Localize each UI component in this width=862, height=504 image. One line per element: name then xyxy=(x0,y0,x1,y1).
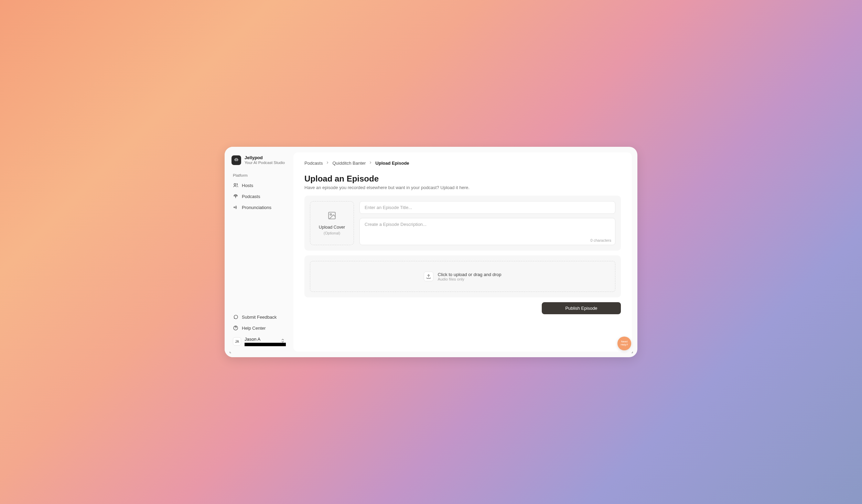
user-email-redacted xyxy=(245,343,286,346)
character-count: 0 characters xyxy=(590,238,611,242)
audio-upload-card: Click to upload or drag and drop Audio f… xyxy=(304,255,621,297)
breadcrumb-podcasts[interactable]: Podcasts xyxy=(304,161,323,166)
podcast-icon xyxy=(233,194,238,199)
sidebar-item-label: Podcasts xyxy=(242,194,260,199)
svg-point-7 xyxy=(330,214,332,215)
sidebar: Jellypod Your AI Podcast Studio Platform… xyxy=(225,147,293,357)
users-icon xyxy=(233,183,238,188)
svg-point-3 xyxy=(234,207,235,208)
brand-logo[interactable]: Jellypod Your AI Podcast Studio xyxy=(230,155,288,165)
sidebar-item-label: Pronunciations xyxy=(242,205,271,210)
breadcrumb-podcast-name[interactable]: Quidditch Banter xyxy=(332,161,366,166)
user-menu[interactable]: JA Jason A xyxy=(230,334,288,349)
dropzone-subtitle: Audio files only xyxy=(438,277,501,281)
user-avatar: JA xyxy=(233,337,241,346)
episode-title-input[interactable] xyxy=(359,201,615,214)
page-title: Upload an Episode xyxy=(304,174,621,184)
breadcrumb: Podcasts Quidditch Banter Upload Episode xyxy=(304,161,621,166)
cover-upload-dropzone[interactable]: Upload Cover (Optional) xyxy=(310,201,354,245)
submit-feedback-link[interactable]: Submit Feedback xyxy=(230,312,288,322)
sidebar-item-label: Hosts xyxy=(242,183,253,188)
sidebar-section-label: Platform xyxy=(230,173,288,177)
help-circle-icon xyxy=(233,325,238,331)
cover-optional-text: (Optional) xyxy=(324,231,340,235)
main-content: Podcasts Quidditch Banter Upload Episode… xyxy=(293,152,632,352)
audio-wave-icon xyxy=(233,205,238,210)
sidebar-item-pronunciations[interactable]: Pronunciations xyxy=(230,202,288,212)
image-icon xyxy=(327,211,336,221)
nav-list: Hosts Podcasts Pronunciations xyxy=(230,180,288,212)
app-window: Jellypod Your AI Podcast Studio Platform… xyxy=(225,147,637,357)
resize-handle-bl: ⌞ xyxy=(229,349,231,354)
message-icon xyxy=(233,314,238,320)
resize-handle-br: ⌟ xyxy=(631,349,633,354)
sidebar-item-hosts[interactable]: Hosts xyxy=(230,180,288,190)
footer-link-label: Submit Feedback xyxy=(242,315,277,320)
user-name: Jason A xyxy=(245,337,277,342)
chevron-right-icon xyxy=(368,161,373,166)
need-help-fab[interactable]: Need Help? xyxy=(617,337,631,350)
svg-point-1 xyxy=(235,196,236,197)
publish-button[interactable]: Publish Episode xyxy=(542,302,621,314)
jellypod-logo-icon xyxy=(231,155,241,165)
brand-tagline: Your AI Podcast Studio xyxy=(245,161,285,165)
dropzone-title: Click to upload or drag and drop xyxy=(438,272,501,277)
sidebar-footer: Submit Feedback Help Center JA Jason A xyxy=(230,312,288,349)
breadcrumb-current: Upload Episode xyxy=(375,161,409,166)
audio-dropzone[interactable]: Click to upload or drag and drop Audio f… xyxy=(310,261,615,292)
brand-name: Jellypod xyxy=(245,155,285,161)
episode-details-card: Upload Cover (Optional) 0 characters xyxy=(304,196,621,251)
cover-upload-label: Upload Cover xyxy=(319,225,345,230)
help-center-link[interactable]: Help Center xyxy=(230,323,288,333)
chevron-up-down-icon xyxy=(280,338,285,344)
episode-description-input[interactable] xyxy=(359,218,615,245)
sidebar-item-podcasts[interactable]: Podcasts xyxy=(230,191,288,201)
upload-icon xyxy=(424,272,433,281)
chevron-right-icon xyxy=(325,161,330,166)
page-subtitle: Have an episode you recorded elsewhere b… xyxy=(304,185,621,190)
footer-link-label: Help Center xyxy=(242,326,266,331)
svg-point-0 xyxy=(234,184,236,185)
